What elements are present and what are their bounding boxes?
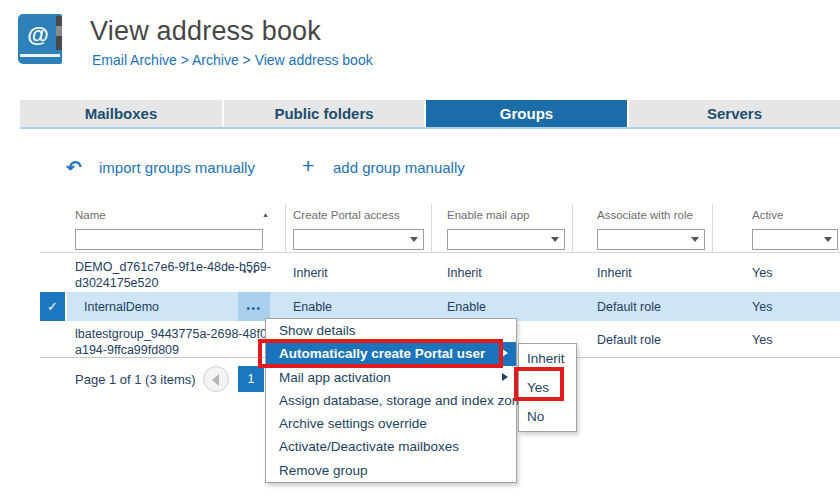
row-context-menu: Show details Automatically create Portal… [265, 318, 517, 483]
address-book-icon-band [20, 54, 60, 57]
table-cell-associate-with-role: Default role [597, 300, 661, 314]
column-separator [431, 204, 432, 253]
column-header-name[interactable]: Name [75, 209, 106, 221]
create-portal-access-filter-dropdown[interactable] [293, 229, 424, 250]
table-cell-enable-mail-app: Inherit [447, 266, 482, 280]
table-row-name[interactable]: InternalDemo [84, 300, 159, 314]
plus-icon: + [302, 154, 314, 178]
table-cell-associate-with-role: Inherit [597, 266, 632, 280]
column-separator [712, 204, 713, 253]
column-header-active[interactable]: Active [752, 209, 783, 221]
menu-item-show-details[interactable]: Show details [266, 319, 516, 342]
at-symbol-icon: @ [18, 22, 58, 48]
column-header-create-portal-access[interactable]: Create Portal access [293, 209, 400, 221]
submenu-arrow-icon [502, 373, 508, 381]
column-separator [285, 204, 286, 253]
view-address-book-screen: @ View address book Email Archive > Arch… [0, 0, 840, 500]
active-filter-dropdown[interactable] [752, 229, 838, 250]
column-header-associate-with-role[interactable]: Associate with role [597, 209, 693, 221]
row-menu-icon[interactable]: ••• [243, 266, 258, 277]
tab-mailboxes[interactable]: Mailboxes [20, 100, 222, 127]
column-separator [572, 204, 573, 253]
column-header-enable-mail-app[interactable]: Enable mail app [447, 209, 529, 221]
menu-item-activate-deactivate-mailboxes[interactable]: Activate/Deactivate mailboxes [266, 435, 516, 458]
menu-item-remove-group[interactable]: Remove group [266, 459, 516, 482]
table-cell-create-portal-access: Inherit [293, 266, 328, 280]
row-menu-icon: ••• [246, 303, 261, 314]
menu-item-mail-app-activation[interactable]: Mail app activation [266, 366, 516, 389]
portal-user-submenu: Inherit Yes No [518, 343, 577, 432]
tab-public-folders[interactable]: Public folders [224, 100, 424, 127]
table-cell-active: Yes [752, 333, 772, 347]
menu-item-assign-database-storage-index-zone[interactable]: Assign database, storage and index zone [266, 389, 516, 412]
chevron-down-icon [691, 237, 699, 242]
import-groups-manually-button[interactable]: import groups manually [99, 159, 255, 176]
enable-mail-app-filter-dropdown[interactable] [447, 229, 565, 250]
menu-item-label: Automatically create Portal user [279, 346, 485, 361]
previous-page-button[interactable] [203, 366, 229, 392]
tab-underline [20, 127, 840, 129]
table-cell-active: Yes [752, 300, 772, 314]
submenu-item-yes[interactable]: Yes [519, 373, 576, 402]
sort-ascending-icon: ▲ [262, 211, 269, 218]
pagination-status: Page 1 of 1 (3 items) [75, 372, 196, 387]
table-cell-associate-with-role: Default role [597, 333, 661, 347]
table-cell-enable-mail-app: Enable [447, 300, 486, 314]
table-cell-active: Yes [752, 266, 772, 280]
filter-row-divider [40, 252, 840, 253]
menu-item-archive-settings-override[interactable]: Archive settings override [266, 412, 516, 435]
check-icon: ✓ [47, 299, 58, 314]
submenu-arrow-icon [502, 349, 508, 357]
tab-servers[interactable]: Servers [629, 100, 840, 127]
associate-with-role-filter-dropdown[interactable] [597, 229, 705, 250]
row-menu-button-open[interactable]: ••• [238, 292, 270, 321]
chevron-down-icon [410, 237, 418, 242]
chevron-down-icon [551, 237, 559, 242]
page-title: View address book [90, 16, 321, 47]
table-cell-create-portal-access: Enable [293, 300, 332, 314]
menu-item-label: Mail app activation [279, 370, 391, 385]
page-number-button[interactable]: 1 [238, 366, 264, 392]
menu-item-automatically-create-portal-user[interactable]: Automatically create Portal user [266, 342, 516, 365]
table-row-name[interactable]: lbatestgroup_9443775a-2698-48f0-a194-9ff… [75, 326, 271, 358]
row-checkbox-checked[interactable]: ✓ [40, 292, 65, 321]
undo-icon: ↶ [66, 156, 82, 179]
name-filter-input[interactable] [75, 229, 263, 250]
breadcrumb[interactable]: Email Archive > Archive > View address b… [92, 52, 373, 68]
address-book-icon: @ [18, 14, 62, 64]
chevron-down-icon [824, 237, 832, 242]
table-row-name[interactable]: DEMO_d761c7e6-9f1e-48de-b569-d3024175e52… [75, 259, 271, 291]
chevron-left-icon [212, 374, 219, 386]
tab-groups[interactable]: Groups [426, 100, 627, 127]
submenu-item-inherit[interactable]: Inherit [519, 344, 576, 373]
submenu-item-no[interactable]: No [519, 402, 576, 431]
add-group-manually-button[interactable]: add group manually [333, 159, 465, 176]
